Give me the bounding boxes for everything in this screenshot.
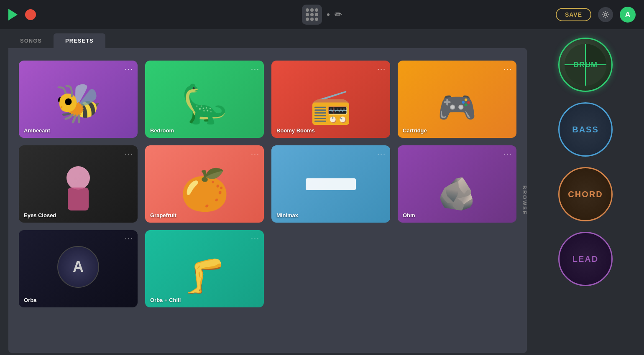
orba-chill-art: 🦵 (184, 256, 225, 296)
separator-dot (327, 13, 330, 16)
boomy-art: 📻 (310, 87, 352, 126)
preset-menu-eyes[interactable]: ··· (125, 150, 133, 158)
header-right-controls: SAVE A (556, 7, 636, 23)
preset-label-minimax: Minimax (276, 212, 298, 218)
user-avatar[interactable]: A (620, 7, 636, 23)
record-button[interactable] (25, 9, 36, 20)
preset-card-ohm[interactable]: ··· 🪨 Ohm (398, 145, 516, 223)
lead-button[interactable]: LEAD (558, 232, 613, 286)
preset-label-grapefruit: Grapefruit (150, 212, 176, 218)
settings-button[interactable] (598, 7, 613, 22)
presets-grid: ··· 🐝 Ambeeant ··· 🦕 Bedroom ··· 📻 Boomy… (19, 61, 516, 307)
header: ✏ SAVE A (0, 0, 644, 29)
preset-card-orba-chill[interactable]: ··· 🦵 Orba + Chill (145, 230, 264, 307)
tabs: SONGS PRESETS (8, 33, 527, 48)
preset-label-ambeeant: Ambeeant (24, 127, 50, 134)
svg-point-0 (604, 13, 607, 16)
preset-card-eyes-closed[interactable]: ··· Eyes Closed (19, 145, 138, 223)
presets-panel: ··· 🐝 Ambeeant ··· 🦕 Bedroom ··· 📻 Boomy… (8, 48, 527, 353)
preset-menu-cartridge[interactable]: ··· (503, 65, 512, 74)
grid-button[interactable] (302, 5, 322, 25)
play-button[interactable] (8, 9, 18, 20)
chord-label: CHORD (568, 190, 603, 199)
main-content: SONGS PRESETS ··· 🐝 Ambeeant ··· 🦕 Bedro… (0, 29, 644, 355)
preset-label-orba: Orba (24, 297, 36, 303)
tab-songs[interactable]: SONGS (8, 33, 54, 48)
preset-menu-orba[interactable]: ··· (125, 234, 133, 243)
preset-card-orba[interactable]: ··· A Orba (19, 230, 138, 307)
preset-card-boomy-booms[interactable]: ··· 📻 Boomy Booms (271, 61, 390, 138)
cartridge-art: 🎮 (437, 89, 477, 126)
grid-icon (306, 8, 318, 21)
header-left-controls (8, 9, 36, 20)
ambeeant-art: 🐝 (55, 81, 102, 125)
ohm-art: 🪨 (437, 175, 477, 212)
drum-button[interactable]: DRUM (558, 38, 613, 92)
header-center-controls: ✏ (302, 5, 342, 25)
preset-label-eyes: Eyes Closed (24, 212, 56, 218)
browse-side-tab[interactable]: BROWSE (521, 185, 527, 216)
svg-rect-2 (68, 188, 89, 210)
pencil-icon[interactable]: ✏ (335, 9, 342, 20)
preset-card-cartridge[interactable]: ··· 🎮 Cartridge (398, 61, 516, 138)
grapefruit-art: 🍊 (180, 167, 230, 213)
preset-menu-grapefruit[interactable]: ··· (251, 150, 260, 158)
preset-menu-ohm[interactable]: ··· (503, 150, 512, 158)
svg-point-1 (66, 166, 90, 190)
preset-label-orba-chill: Orba + Chill (150, 297, 181, 303)
preset-menu-orba-chill[interactable]: ··· (251, 234, 260, 243)
preset-menu-bedroom[interactable]: ··· (251, 65, 260, 74)
preset-card-minimax[interactable]: ··· Minimax (271, 145, 390, 223)
preset-label-cartridge: Cartridge (403, 127, 427, 134)
preset-label-bedroom: Bedroom (150, 127, 174, 134)
preset-menu-minimax[interactable]: ··· (377, 150, 386, 158)
preset-card-grapefruit[interactable]: ··· 🍊 Grapefruit (145, 145, 264, 223)
tab-presets[interactable]: PRESETS (54, 33, 105, 48)
lead-label: LEAD (572, 254, 598, 264)
bass-button[interactable]: BASS (558, 102, 613, 157)
preset-menu-boomy[interactable]: ··· (377, 65, 386, 74)
chord-button[interactable]: CHORD (558, 167, 613, 221)
save-button[interactable]: SAVE (556, 8, 591, 21)
preset-label-boomy: Boomy Booms (276, 127, 315, 134)
preset-card-bedroom[interactable]: ··· 🦕 Bedroom (145, 61, 264, 138)
eyes-art (59, 165, 97, 212)
preset-menu-ambeeant[interactable]: ··· (125, 65, 133, 74)
minimax-bar-art (306, 178, 356, 190)
left-panel: SONGS PRESETS ··· 🐝 Ambeeant ··· 🦕 Bedro… (0, 29, 527, 355)
preset-label-ohm: Ohm (403, 212, 415, 218)
orba-circle-art: A (57, 246, 99, 288)
drum-label: DRUM (573, 61, 598, 69)
right-panel: DRUM BASS CHORD LEAD (527, 29, 644, 355)
preset-card-ambeeant[interactable]: ··· 🐝 Ambeeant (19, 61, 138, 138)
bass-label: BASS (572, 125, 599, 134)
bedroom-art: 🦕 (181, 82, 228, 126)
